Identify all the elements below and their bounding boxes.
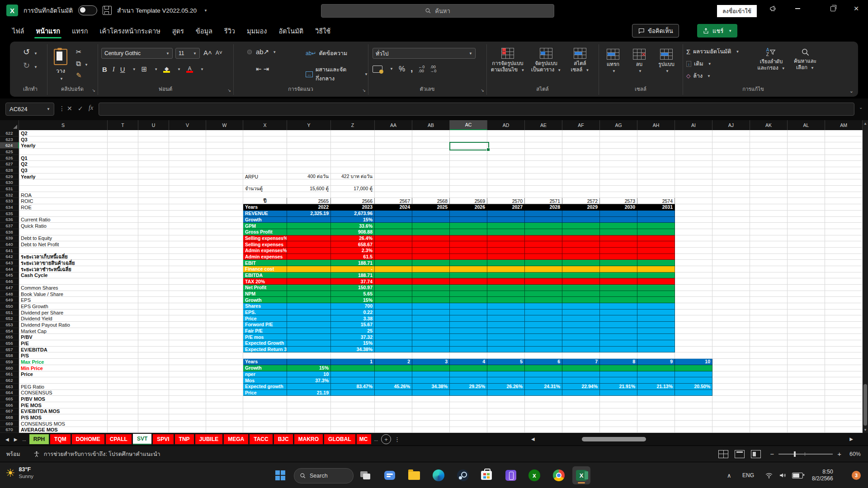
table-cell[interactable] [287,359,331,365]
table-cell[interactable] [600,285,637,291]
row-header-654[interactable]: 654 [0,328,19,334]
cell-S663[interactable]: PEG Ratio [21,384,44,390]
tabs-scroll-left-icon[interactable]: ◀ [4,437,11,442]
grow-font-icon[interactable]: A˄ [203,49,212,56]
cell-S644[interactable]: ระยะเวลาชำระหนี้เฉลี่ย [21,266,71,272]
cell-S667[interactable]: EV/EBITDA MOS [21,408,60,415]
row-header-633[interactable]: 633 [0,198,19,204]
comments-button[interactable]: ข้อคิดเห็น [632,24,679,38]
table-cell[interactable] [600,303,637,310]
table-cell[interactable] [287,310,331,316]
table-cell[interactable] [637,260,675,266]
table-cell[interactable] [287,322,331,328]
number-format-combo[interactable]: ทั่วไป▼ [373,48,476,59]
table-cell[interactable] [600,272,637,279]
table-cell[interactable]: 83.47% [331,384,375,390]
table-cell[interactable] [412,254,450,260]
table-cell[interactable]: 2572 [562,198,600,204]
table-cell[interactable] [525,310,562,316]
table-cell[interactable] [675,371,712,378]
table-cell[interactable] [450,371,487,378]
row-header-653[interactable]: 653 [0,322,19,328]
table-cell[interactable]: TAX 20% [243,278,287,285]
font-dialog-launcher[interactable]: ↘ [227,88,231,93]
table-cell[interactable]: 2574 [637,198,675,204]
table-cell[interactable] [562,340,600,347]
table-cell[interactable] [525,254,562,260]
filename-chevron-icon[interactable]: ▼ [204,9,208,13]
increase-decimal-icon[interactable]: ←0.00 [418,65,425,73]
table-cell[interactable] [525,211,562,217]
ribbon-tab-6[interactable]: รีวิว [218,22,241,40]
cell-S637[interactable]: Quick Ratio [21,223,47,229]
table-cell[interactable] [637,291,675,297]
zoom-slider[interactable] [778,454,833,455]
column-header-AD[interactable]: AD [487,120,525,130]
sheet-tab-DOHOME[interactable]: DOHOME [72,434,104,444]
cell-S659[interactable]: Max Price [21,359,44,365]
table-cell[interactable] [450,241,487,248]
row-header-630[interactable]: 630 [0,179,19,186]
table-cell[interactable] [450,229,487,235]
table-cell[interactable]: 3 [412,359,450,365]
table-cell[interactable] [450,272,487,279]
row-header-631[interactable]: 631 [0,186,19,192]
table-cell[interactable] [287,328,331,334]
table-cell[interactable]: Expected growth [243,384,287,390]
italic-button[interactable]: I [113,66,115,73]
table-cell[interactable] [412,211,450,217]
table-cell[interactable] [375,365,412,371]
row-header-651[interactable]: 651 [0,310,19,316]
table-cell[interactable]: 25 [331,328,375,334]
table-cell[interactable]: Fair P/E [243,328,287,334]
table-cell[interactable] [525,217,562,223]
table-cell[interactable] [487,278,525,285]
table-cell[interactable] [600,365,637,371]
table-cell[interactable] [412,365,450,371]
column-header-AC[interactable]: AC [450,120,487,130]
sheet-tab-CPALL[interactable]: CPALL [106,434,132,444]
table-cell[interactable] [487,241,525,248]
font-size-combo[interactable]: 11▼ [175,48,200,59]
weather-widget[interactable]: ☀ 83°F Sunny [5,466,33,480]
sheet-tab-GLOBAL[interactable]: GLOBAL [324,434,355,444]
table-cell[interactable]: 8 [600,359,637,365]
table-cell[interactable] [637,310,675,316]
table-cell[interactable] [375,229,412,235]
table-cell[interactable] [287,285,331,291]
row-header-632[interactable]: 632 [0,192,19,198]
scroll-up-icon[interactable]: ▲ [863,120,868,127]
microsoft-store-icon[interactable] [477,466,495,484]
table-cell[interactable] [412,303,450,310]
cell-S640[interactable]: Debt to Net Profit [21,241,59,248]
row-header-625[interactable]: 625 [0,149,19,155]
notification-badge[interactable]: 3 [852,462,861,488]
table-cell[interactable]: 908.88 [331,229,375,235]
row-header-643[interactable]: 643 [0,260,19,266]
new-sheet-button[interactable]: + [381,434,391,444]
table-cell[interactable] [450,310,487,316]
table-cell[interactable]: 2,673.96 [331,211,375,217]
tabs-scroll-right-icon[interactable]: ▶ [12,437,19,442]
row-header-660[interactable]: 660 [0,365,19,371]
steam-icon[interactable] [454,466,472,484]
table-cell[interactable] [525,241,562,248]
table-cell[interactable] [562,347,600,353]
row-header-656[interactable]: 656 [0,340,19,347]
table-cell[interactable]: 2569 [450,198,487,204]
table-cell[interactable] [412,241,450,248]
ribbon-tab-2[interactable]: แทรก [66,22,94,40]
table-cell[interactable]: 15% [331,217,375,223]
table-cell[interactable]: Price [243,390,287,396]
table-cell[interactable] [412,272,450,279]
table-cell[interactable] [487,310,525,316]
table-cell[interactable] [600,334,637,340]
cell-S664[interactable]: CONSENSUS [21,390,52,396]
table-cell[interactable]: Price [243,315,287,322]
wrap-text-button[interactable]: ab↵ ตัดข้อความ [306,49,347,58]
table-cell[interactable] [562,223,600,229]
ribbon-tab-9[interactable]: วิธีใช้ [309,22,336,40]
table-cell[interactable] [600,266,637,272]
row-header-623[interactable]: 623 [0,136,19,143]
row-header-657[interactable]: 657 [0,347,19,353]
